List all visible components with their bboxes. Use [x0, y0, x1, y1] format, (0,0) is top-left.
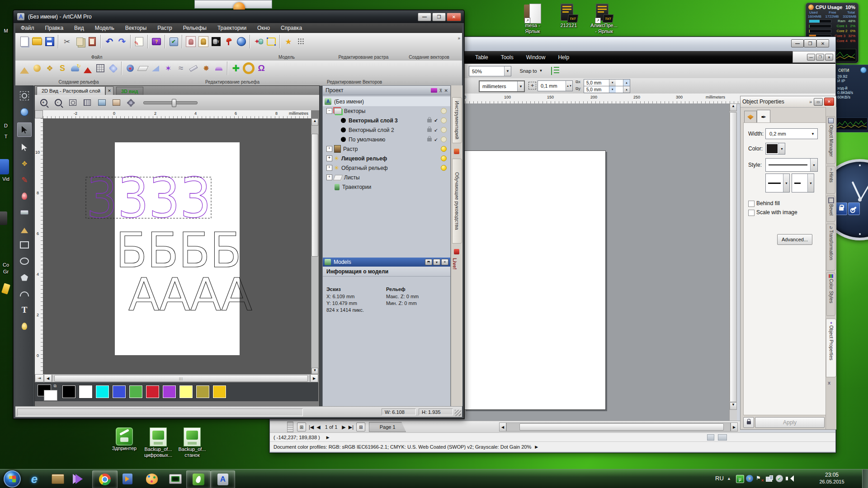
relief-knife-icon[interactable] — [187, 62, 200, 75]
snap-arrow-icon[interactable]: ↙ — [434, 118, 438, 123]
visibility-lamp-icon[interactable] — [441, 146, 447, 152]
menu-toolpaths[interactable]: Траектории — [212, 25, 252, 31]
tree-item-vector-layer3[interactable]: Векторный слой 3 ↙ — [323, 116, 450, 125]
edge-icon-video[interactable] — [0, 159, 9, 174]
canvas-hscrollbar[interactable]: ⇥ ◀ ||| ▶ — [35, 374, 318, 382]
save-icon[interactable] — [43, 35, 56, 48]
lock-icon[interactable] — [427, 119, 432, 122]
chevron-down-icon[interactable]: ▼ — [504, 66, 511, 76]
docker-chevron-icon[interactable]: » — [809, 99, 812, 104]
corel-vscrollbar[interactable]: ▲ ▼ — [729, 103, 737, 421]
edge-icon-label[interactable]: D — [1, 123, 11, 129]
transform-tool-icon[interactable]: ✥ — [19, 158, 30, 169]
options-check-icon[interactable]: ✔ — [167, 35, 180, 48]
tray-expand-icon[interactable]: ▲ — [727, 476, 731, 481]
tab-color-styles[interactable]: Color Styles — [826, 272, 835, 316]
snap-grid-icon[interactable] — [295, 35, 307, 48]
relief-sphere-star-icon[interactable]: ★ — [124, 62, 137, 75]
layer-color-dot-icon[interactable] — [341, 137, 346, 142]
tree-item-vector-layer2[interactable]: Векторный слой 2 ↙ — [323, 125, 450, 135]
mdi-close-button[interactable]: x — [825, 54, 833, 61]
tree-item-raster[interactable]: + Растр — [323, 144, 450, 154]
gear-icon[interactable] — [125, 97, 136, 108]
tab-2d-view[interactable]: 2D Вид - Растровый слой — [37, 86, 105, 95]
line-end-select[interactable]: ▼ — [792, 174, 814, 192]
zoom-objects-icon[interactable] — [82, 97, 93, 108]
width-select[interactable]: 0,2 mm▼ — [765, 128, 818, 139]
models-menu-button[interactable]: ▼ — [433, 259, 440, 265]
vector-torus-icon[interactable] — [242, 62, 255, 75]
palette-color[interactable] — [112, 385, 126, 399]
tray-antivirus-icon[interactable]: ✔ — [776, 475, 783, 482]
layer-color-dot-icon[interactable] — [341, 118, 346, 123]
tab-bevel[interactable]: Bevel — [826, 196, 835, 222]
network-gadget[interactable]: сети 39.92 Й IP ход-й 0.8Kbit/s 60KB/s — [834, 65, 868, 132]
artcam-minimize-button[interactable]: — — [418, 13, 431, 21]
copy-icon[interactable] — [73, 35, 86, 48]
desktop-icon-aliks[interactable]: TXT ↗ АликсПре... - Ярлык — [586, 4, 622, 34]
menu-model[interactable]: Модель — [90, 25, 120, 31]
edge-icon-label[interactable]: M — [1, 28, 11, 34]
relief-smooth-icon[interactable]: ≈ — [175, 62, 187, 75]
tray-volume-icon[interactable] — [786, 475, 794, 482]
taskbar-wmp-icon[interactable] — [118, 470, 137, 488]
expand-icon[interactable]: + — [326, 146, 332, 152]
tray-language[interactable]: RU — [715, 475, 724, 482]
layer-color-dot-icon[interactable] — [341, 127, 346, 132]
spinner-icon[interactable]: ▲▼ — [566, 81, 572, 91]
color-select[interactable]: ▼ — [765, 143, 785, 155]
fill-tab[interactable] — [744, 111, 757, 123]
palette-color[interactable] — [196, 385, 210, 399]
tray-clock-date[interactable]: 26.05.2015 — [814, 479, 850, 484]
corel-close-button[interactable]: ✕ — [816, 39, 829, 47]
hscroll-thumb[interactable] — [519, 423, 724, 431]
menu-vectors[interactable]: Векторы — [120, 25, 152, 31]
taskbar-paint-icon[interactable] — [143, 470, 161, 488]
visibility-lamp-icon[interactable] — [441, 165, 447, 171]
corel-minimize-button[interactable]: — — [791, 39, 804, 47]
taskbar-explorer-icon[interactable] — [49, 470, 67, 488]
scale-with-image-checkbox[interactable] — [748, 210, 755, 216]
visibility-lamp-icon[interactable] — [441, 136, 447, 142]
tree-item-vectors[interactable]: − Векторы — [323, 106, 450, 116]
zoom-out-icon[interactable]: - — [53, 97, 64, 108]
open-model-icon[interactable] — [31, 35, 43, 48]
menu-tools[interactable]: Tools — [495, 54, 520, 61]
ellipse-tool-icon[interactable] — [19, 255, 30, 267]
duplicate-y-input[interactable]: 5,0 mm ▼▲ — [584, 86, 630, 93]
help-book-icon[interactable]: ? — [150, 35, 163, 48]
lock-icon[interactable] — [427, 128, 432, 132]
desktop-icon-3dprinter[interactable]: Здпринтер — [107, 427, 142, 451]
add-page-start-button[interactable]: ⊞ — [297, 422, 306, 432]
spinner-up-icon[interactable]: ▲ — [623, 80, 630, 86]
line-start-select[interactable]: ▼ — [765, 174, 790, 192]
tab-object-properties[interactable]: ✦ Object Properties — [826, 319, 836, 377]
relief-cage-icon[interactable] — [94, 62, 107, 75]
measure-tool-icon[interactable]: ✎ — [19, 174, 30, 186]
project-help-book-icon[interactable] — [431, 88, 437, 93]
palette-color[interactable] — [62, 385, 76, 399]
tab-tutorials[interactable]: Обучающие руководства — [452, 159, 462, 244]
edge-icon-pencil[interactable] — [1, 283, 10, 294]
docker-lock-button[interactable] — [743, 417, 754, 428]
paint-tool-icon[interactable] — [19, 206, 30, 218]
collapse-icon[interactable]: − — [326, 108, 332, 114]
menu-edit[interactable]: Правка — [40, 25, 69, 31]
first-page-icon[interactable]: |◀ — [309, 424, 314, 430]
model-bear-gold-icon[interactable] — [197, 35, 210, 48]
scroll-thumb[interactable] — [311, 134, 318, 257]
outline-tab[interactable]: ✒ — [757, 110, 770, 123]
desktop-icon-backup2[interactable]: Backup_of... станок — [175, 427, 210, 458]
select-tool-icon[interactable] — [17, 122, 32, 137]
zoom-slider[interactable] — [143, 101, 198, 104]
relief-stamp-icon[interactable]: ✶ — [162, 62, 175, 75]
chevron-down-icon[interactable]: ▼ — [807, 174, 814, 192]
duplicate-x-input[interactable]: 5,0 mm ▼▲ — [584, 79, 630, 86]
edge-icon-label[interactable]: Gr — [1, 269, 11, 275]
raster-shape-icon[interactable]: ✦ — [252, 35, 265, 48]
tab-live[interactable]: Live! — [452, 258, 461, 282]
artcam-titlebar[interactable]: A (Без имени) - ArtCAM Pro — ❐ ✕ — [14, 10, 464, 23]
next-page-icon[interactable]: ▶ — [342, 424, 345, 430]
apply-button[interactable]: Apply — [755, 417, 825, 428]
zoom-slider-thumb[interactable] — [172, 99, 176, 107]
